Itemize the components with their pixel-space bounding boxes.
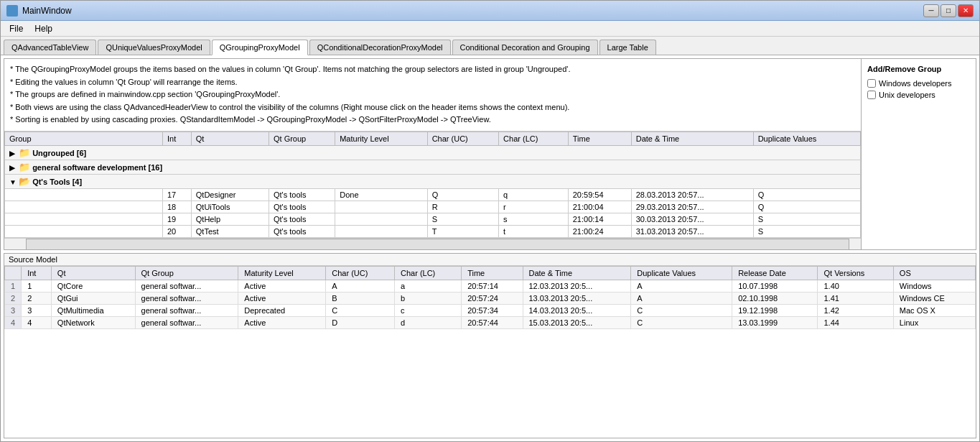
tab-cond-decoration-grouping[interactable]: Conditional Decoration and Grouping [452,40,598,55]
cell-qt: QtHelp [191,213,269,225]
maximize-button[interactable]: □ [941,4,956,17]
cell-int: 2 [22,292,52,304]
cell-qt: QtMultimedia [51,304,135,316]
cell-qtver: 1.41 [818,292,893,304]
menu-bar: File Help [1,21,979,37]
cell-maturity [335,201,427,213]
expand-qt-tools[interactable]: ▼ [9,178,17,186]
col-maturity[interactable]: Maturity Level [335,132,427,145]
cell-group [5,225,163,237]
cell-charlc: a [395,280,462,292]
cell-time: 20:57:24 [462,292,523,304]
expand-general[interactable]: ▶ [9,164,17,172]
table-row: 3 3 QtMultimedia general softwar... Depr… [5,304,976,316]
checkbox-windows-developers-input[interactable] [867,79,876,88]
cell-charlc: r [499,201,569,213]
minimize-button[interactable]: ─ [923,4,939,17]
cell-time: 20:59:54 [568,188,631,201]
cell-int: 1 [22,280,52,292]
tab-advanced-table[interactable]: QAdvancedTableView [4,40,96,55]
cell-charuc: A [326,280,395,292]
window-title: MainWindow [22,6,72,16]
col-qt[interactable]: Qt [191,132,269,145]
col-qtver[interactable]: Qt Versions [818,266,893,280]
col-charuc[interactable]: Char (UC) [326,266,395,280]
info-and-table: * The QGroupingProxyModel groups the ite… [4,59,861,249]
col-qt[interactable]: Qt [51,266,135,280]
col-charlc[interactable]: Char (LC) [499,132,569,145]
info-line-5: * Sorting is enabled by using cascading … [10,114,855,126]
cell-os: Windows [893,280,975,292]
col-dupval[interactable]: Duplicate Values [631,266,732,280]
col-charuc[interactable]: Char (UC) [427,132,498,145]
horizontal-scrollbar[interactable] [4,238,861,249]
proxy-table-container[interactable]: Group Int Qt Qt Group Maturity Level Cha… [4,132,861,249]
col-dupval[interactable]: Duplicate Values [753,132,860,145]
cell-time: 20:57:14 [462,280,523,292]
source-section: Source Model Int Qt Qt Group Maturity Le… [4,253,976,438]
cell-maturity: Deprecated [238,304,326,316]
col-datetime[interactable]: Date & Time [523,266,631,280]
cell-qt: QtGui [51,292,135,304]
col-release[interactable]: Release Date [732,266,818,280]
col-time[interactable]: Time [462,266,523,280]
cell-qtgroup: general softwar... [135,304,238,316]
col-int[interactable]: Int [163,132,192,145]
col-time[interactable]: Time [568,132,631,145]
tabs-bar: QAdvancedTableView QUniqueValuesProxyMod… [1,37,979,55]
col-qtgroup[interactable]: Qt Group [135,266,238,280]
col-group[interactable]: Group [5,132,163,145]
group-qt-tools: ▼ 📂 Qt's Tools [4] [5,174,861,188]
col-maturity[interactable]: Maturity Level [238,266,326,280]
hscroll-thumb[interactable] [26,239,849,249]
cell-charuc: S [427,213,498,225]
cell-datetime: 28.03.2013 20:57... [631,188,753,201]
cell-datetime: 14.03.2013 20:5... [523,304,631,316]
cell-qtgroup: Qt's tools [269,188,335,201]
table-row: 18 QtUiTools Qt's tools R r 21:00:04 29.… [5,201,861,213]
cell-charlc: q [499,188,569,201]
menu-help[interactable]: Help [29,22,58,35]
side-panel-title: Add/Remove Group [867,65,970,73]
col-int[interactable]: Int [22,266,52,280]
cell-int: 3 [22,304,52,316]
cell-qt: QtCore [51,280,135,292]
source-table-wrapper[interactable]: Int Qt Qt Group Maturity Level Char (UC)… [4,266,976,438]
close-button[interactable]: ✕ [958,4,974,17]
cell-dupval: Q [753,201,860,213]
tab-grouping-proxy[interactable]: QGroupingProxyModel [212,40,308,55]
cell-charlc: b [395,292,462,304]
cell-int: 18 [163,201,192,213]
cell-release: 10.07.1998 [732,280,818,292]
cell-qtgroup: general softwar... [135,316,238,328]
cell-qtver: 1.42 [818,304,893,316]
cell-os: Linux [893,316,975,328]
tab-unique-values[interactable]: QUniqueValuesProxyModel [98,40,210,55]
menu-file[interactable]: File [4,22,29,35]
cell-dupval: Q [753,188,860,201]
col-charlc[interactable]: Char (LC) [395,266,462,280]
cell-datetime: 13.03.2013 20:5... [523,292,631,304]
col-rownum[interactable] [5,266,22,280]
tab-conditional-decoration[interactable]: QConditionalDecorationProxyModel [309,40,451,55]
folder-icon-ungrouped: 📁 [19,147,30,158]
source-model-title: Source Model [4,254,976,266]
row-num: 2 [5,292,22,304]
table-row: 2 2 QtGui general softwar... Active B b … [5,292,976,304]
title-bar: MainWindow ─ □ ✕ [1,1,979,21]
col-qtgroup[interactable]: Qt Group [269,132,335,145]
cell-charlc: c [395,304,462,316]
info-line-1: * The QGroupingProxyModel groups the ite… [10,63,855,76]
cell-time: 21:00:04 [568,201,631,213]
info-line-3: * The groups are defined in mainwindow.c… [10,88,855,101]
checkbox-unix-developers-input[interactable] [867,91,876,99]
checkbox-windows-developers: Windows developers [867,79,970,88]
tab-large-table[interactable]: Large Table [599,40,656,55]
cell-charuc: Q [427,188,498,201]
checkbox-unix-developers: Unix developers [867,91,970,99]
col-os[interactable]: OS [893,266,975,280]
expand-ungrouped[interactable]: ▶ [9,149,17,157]
cell-release: 02.10.1998 [732,292,818,304]
col-datetime[interactable]: Date & Time [631,132,753,145]
info-line-2: * Editing the values in column 'Qt Group… [10,76,855,89]
